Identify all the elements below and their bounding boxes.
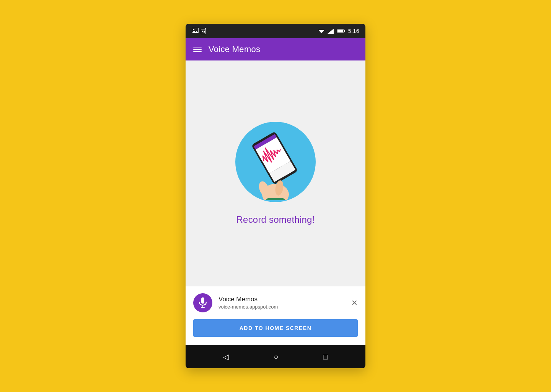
svg-rect-20 [266,198,285,200]
svg-marker-9 [328,29,334,34]
app-info: Voice Memos voice-memos.appspot.com [218,295,345,310]
signal-icon [328,29,334,34]
illustration-circle [235,122,316,202]
main-content: Record something! [186,60,365,286]
app-name-label: Voice Memos [218,295,345,304]
phone-frame: 5:16 Voice Memos [186,24,365,368]
app-icon-circle [193,293,212,312]
hamburger-icon[interactable] [193,47,202,52]
app-bar: Voice Memos [186,38,365,60]
svg-rect-3 [201,29,206,34]
voice-memo-illustration [239,124,312,200]
svg-rect-12 [337,30,343,33]
svg-rect-22 [201,297,204,304]
bottom-sheet: Voice Memos voice-memos.appspot.com ✕ AD… [186,286,365,345]
sim-status-icon [201,28,206,34]
microphone-icon [198,297,208,308]
battery-icon [337,29,345,33]
app-bar-title: Voice Memos [209,44,260,54]
status-bar: 5:16 [186,24,365,38]
svg-rect-23 [202,305,203,307]
image-status-icon [192,28,199,33]
android-nav-bar: ◁ ○ □ [186,345,365,368]
recents-button[interactable]: □ [323,353,328,361]
svg-marker-1 [192,31,199,33]
status-time: 5:16 [348,28,359,34]
bottom-sheet-header: Voice Memos voice-memos.appspot.com ✕ [193,293,358,312]
svg-point-2 [193,29,194,30]
svg-rect-6 [204,31,205,33]
svg-rect-5 [202,31,203,32]
svg-rect-11 [344,30,345,32]
home-button[interactable]: ○ [274,353,278,361]
status-left-icons [192,28,206,34]
close-button[interactable]: ✕ [351,299,358,307]
back-button[interactable]: ◁ [223,352,229,361]
record-text: Record something! [236,214,315,225]
svg-rect-24 [201,307,205,308]
add-to-home-screen-button[interactable]: ADD TO HOME SCREEN [193,319,358,337]
app-url-label: voice-memos.appspot.com [218,304,345,310]
wifi-icon [318,29,324,33]
